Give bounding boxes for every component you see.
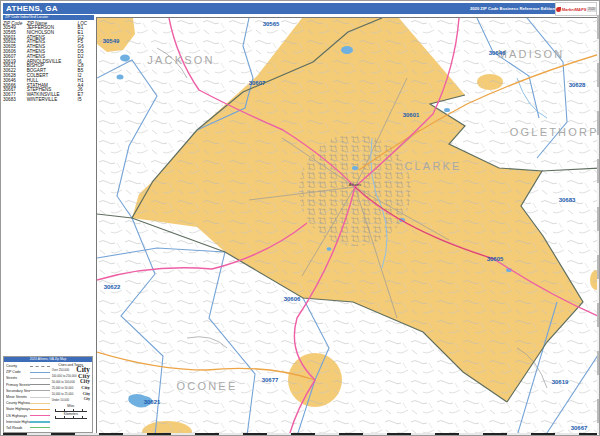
map-canvas[interactable]: JACKSONMADISONOGLETHORPECLARKEOCONEE3054… bbox=[96, 17, 600, 436]
neatline-ruler-bottom bbox=[3, 433, 597, 435]
legend-symbols: CountyZIP CodeStreetsPrimary StreetsSeco… bbox=[4, 362, 51, 431]
zip-table-body: 30549JEFFERSONB130565NICHOLSONE130601ATH… bbox=[3, 26, 94, 103]
legend-line-swatch bbox=[30, 421, 50, 423]
edition-text: 2020 ZIP Code Business Reference Edition bbox=[470, 6, 559, 11]
map-sheet: ATHENS, GA 2020 ZIP Code Business Refere… bbox=[0, 0, 600, 436]
city-sample-text: City bbox=[80, 379, 90, 385]
sidebar: ZIP Code Index/Grid Locator ZIP Code ZIP… bbox=[3, 15, 94, 435]
legend-line-swatch bbox=[30, 409, 50, 410]
logo-text: MarketMAPS bbox=[562, 7, 586, 12]
legend-line-swatch bbox=[30, 427, 50, 428]
city-sample-text: City bbox=[83, 392, 90, 396]
neatline-ruler-right bbox=[597, 15, 599, 433]
legend-line-swatch bbox=[30, 366, 50, 367]
legend-item: Toll Roads bbox=[6, 425, 50, 431]
legend-city-classes: Over 250,000City100,000 to 250,000City50… bbox=[52, 367, 90, 403]
legend-cities-panel: Cities and Towns Over 250,000City100,000… bbox=[51, 362, 92, 431]
city-sample-text: City bbox=[81, 386, 90, 391]
legend-line-swatch bbox=[30, 397, 50, 398]
city-sample-text: City bbox=[84, 398, 90, 401]
legend-line-swatch bbox=[30, 415, 50, 416]
logo-badge: 2020 bbox=[587, 7, 596, 12]
city-class-row: Under 10,000City bbox=[52, 397, 90, 403]
zip-index-table: ZIP Code ZIP Name LOC 30549JEFFERSONB130… bbox=[3, 21, 94, 103]
legend-line-swatch bbox=[30, 390, 50, 391]
map-drawing bbox=[97, 18, 600, 436]
legend-line-swatch bbox=[30, 378, 50, 379]
map-legend: 2020 Athens, GA Zip Map CountyZIP CodeSt… bbox=[3, 356, 93, 433]
page-title: ATHENS, GA bbox=[3, 4, 58, 13]
legend-line-swatch bbox=[30, 372, 50, 373]
zip-index-header: ZIP Code Index/Grid Locator bbox=[3, 15, 94, 20]
title-bar: ATHENS, GA 2020 ZIP Code Business Refere… bbox=[3, 3, 559, 14]
logo-globe-icon bbox=[556, 7, 561, 12]
km-scale-bar bbox=[55, 416, 87, 419]
publisher-logo: MarketMAPS 2020 bbox=[555, 2, 597, 16]
table-row: 30683WINTERVILLEI5 bbox=[3, 98, 94, 103]
legend-line-swatch bbox=[30, 384, 50, 385]
scale-bars: Miles Kilometers bbox=[52, 405, 90, 419]
legend-line-swatch bbox=[30, 403, 50, 404]
